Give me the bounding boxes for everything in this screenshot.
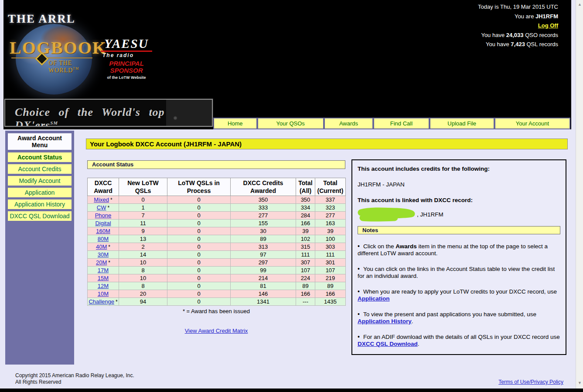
sidebar-item-account-credits[interactable]: Account Credits [8, 164, 72, 174]
includes-credits-heading: This account includes credits for the fo… [358, 166, 560, 172]
value-cell: 277 [231, 212, 296, 220]
tagline-main: Choice of the World's top DX'ers [15, 106, 165, 127]
vertical-scrollbar[interactable]: ▲ ▼ [576, 0, 583, 389]
column-header: Total (All) [296, 178, 315, 196]
user-callsign: JH1RFM [535, 13, 558, 20]
award-cell: 40M* [88, 243, 119, 251]
bullet-icon: • [358, 333, 360, 340]
award-link-17m[interactable]: 17M [98, 267, 109, 274]
terms-privacy-link[interactable]: Terms of Use/Privacy Policy [498, 379, 563, 385]
log-off-link[interactable]: Log Off [538, 22, 558, 29]
award-link-160m[interactable]: 160M [96, 228, 110, 234]
table-row: Mixed*00350350337 [88, 196, 346, 204]
value-cell: 0 [167, 290, 231, 298]
sidebar-item-account-status[interactable]: Account Status [8, 152, 72, 162]
table-row: 10M200146166166 [88, 290, 346, 298]
sidebar-item-dxcc-qsl-download[interactable]: DXCC QSL Download [8, 211, 72, 221]
award-link-phone[interactable]: Phone [95, 212, 112, 219]
sponsor-site-line: of the LoTW Website [100, 75, 153, 80]
note-item: •Click on the Awards item in the menu at… [358, 243, 560, 257]
logo-rule [11, 57, 92, 58]
tab-home[interactable]: Home [214, 118, 256, 128]
value-cell: 94 [119, 298, 167, 306]
value-cell: 0 [167, 298, 231, 306]
column-header: Total (Current) [315, 178, 346, 196]
globe-image [16, 24, 92, 95]
tab-upload-file[interactable]: Upload File [430, 118, 494, 128]
tab-awards[interactable]: Awards [325, 118, 372, 128]
column-header: DXCC Award [88, 178, 119, 196]
linked-record-heading: This account is linked with DXCC record: [358, 197, 560, 203]
value-cell: 9 [119, 227, 167, 235]
sidebar-item-modify-account[interactable]: Modify Account [8, 176, 72, 186]
view-award-credit-matrix-link[interactable]: View Award Credit Matrix [185, 328, 248, 334]
qso-count-line: You have 24,033 QSO records [478, 30, 558, 40]
value-cell: 10 [119, 274, 167, 282]
award-link-cw[interactable]: CW [97, 204, 106, 211]
value-cell: 81 [231, 282, 296, 290]
value-cell: 20 [119, 290, 167, 298]
value-cell: 0 [167, 267, 231, 274]
trademark-symbol: TM [73, 67, 79, 71]
notes-header: Notes [358, 226, 560, 234]
value-cell: 111 [296, 251, 315, 259]
sidebar-item-application[interactable]: Application [8, 188, 72, 197]
note-link-application[interactable]: Application [358, 295, 390, 302]
award-link-digital[interactable]: Digital [95, 220, 111, 226]
table-row: Challenge*9401341---1435 [88, 298, 346, 306]
column-header: DXCC Credits Awarded [231, 178, 296, 196]
note-item: •When you are ready to apply your LoTW c… [358, 288, 560, 302]
value-cell: 323 [315, 204, 346, 212]
note-item: •You can click on the links in the Accou… [358, 265, 560, 280]
sidebar-item-application-history[interactable]: Application History [8, 199, 72, 209]
value-cell: 30 [231, 227, 296, 235]
award-link-20m[interactable]: 20M [96, 259, 107, 266]
award-link-30m[interactable]: 30M [98, 251, 109, 258]
linked-record-line: , JH1RFM [358, 207, 560, 222]
date-line: Today is Thu, 19 Mar 2015 UTC [478, 2, 558, 12]
tab-your-account[interactable]: Your Account [495, 118, 569, 128]
sidebar-title: Award Account Menu [8, 133, 72, 150]
award-link-12m[interactable]: 12M [98, 283, 109, 289]
value-cell: 0 [119, 196, 167, 204]
tab-your-qsos[interactable]: Your QSOs [258, 118, 323, 128]
award-link-mixed[interactable]: Mixed [94, 196, 109, 203]
note-text: When you are ready to apply your LoTW cr… [363, 288, 557, 295]
bullet-icon: • [358, 243, 360, 250]
value-cell: 277 [315, 212, 346, 220]
value-cell: 89 [315, 282, 346, 290]
table-row: CW*10333334323 [88, 204, 346, 212]
value-cell: 166 [315, 290, 346, 298]
value-cell: 14 [119, 251, 167, 259]
award-link-15m[interactable]: 15M [98, 275, 109, 281]
tab-find-call[interactable]: Find Call [374, 118, 428, 128]
value-cell: 107 [315, 267, 346, 274]
value-cell: 7 [119, 212, 167, 220]
scroll-up-icon[interactable]: ▲ [576, 1, 583, 8]
qsl-count: 7,423 [511, 41, 525, 47]
note-link-dxcc-qsl-download[interactable]: DXCC QSL Download [358, 341, 418, 347]
scroll-down-icon[interactable]: ▼ [576, 379, 583, 387]
value-cell: 1341 [231, 298, 296, 306]
award-link-40m[interactable]: 40M [96, 243, 107, 250]
award-link-10m[interactable]: 10M [98, 291, 109, 297]
you-are-prefix: You are [515, 13, 535, 20]
yaesu-logo: YAESU [100, 37, 153, 50]
bullet-icon: • [358, 288, 360, 295]
yaesu-the-radio: The radio [100, 52, 153, 58]
yaesu-sponsor-block: YAESU The radio PRINCIPAL SPONSOR of the… [100, 37, 153, 80]
copyright-line1: Copyright 2015 American Radio Relay Leag… [15, 372, 134, 379]
note-link-application-history[interactable]: Application History [358, 318, 412, 324]
principal-line: PRINCIPAL [100, 60, 153, 67]
user-info-block: Today is Thu, 19 Mar 2015 UTC You are JH… [478, 2, 558, 49]
note-text: Click on the [363, 243, 395, 250]
award-link-challenge[interactable]: Challenge [89, 298, 114, 305]
you-are-line: You are JH1RFM [478, 12, 558, 21]
logoff-line: Log Off [478, 21, 558, 30]
value-cell: 337 [315, 196, 346, 204]
value-cell: 350 [296, 196, 315, 204]
value-cell: 97 [231, 251, 296, 259]
award-link-80m[interactable]: 80M [98, 236, 109, 242]
award-cell: 80M [88, 235, 119, 243]
award-issued-star: * [108, 244, 110, 250]
